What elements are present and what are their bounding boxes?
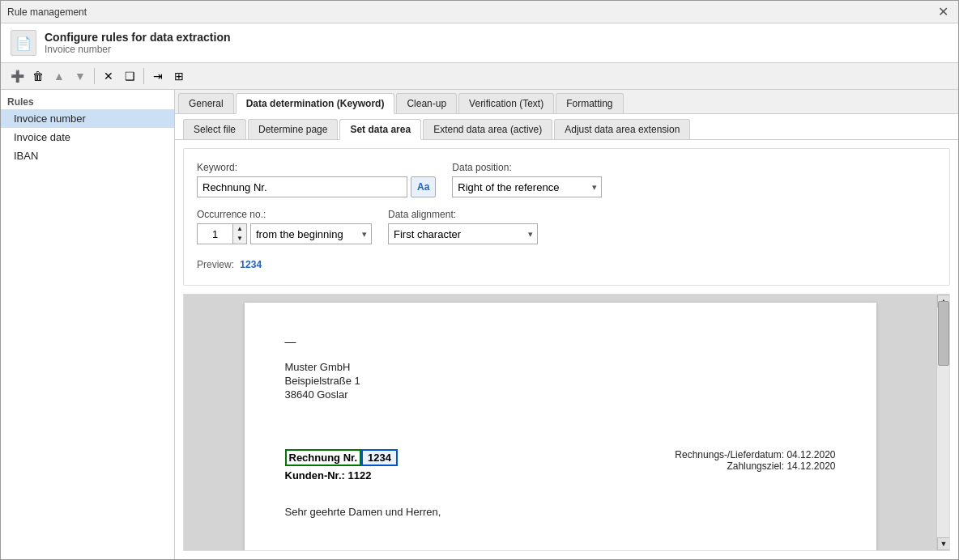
header-subtitle: Invoice number — [45, 44, 230, 55]
data-alignment-label: Data alignment: — [388, 209, 538, 220]
doc-greeting: Sehr geehrte Damen und Herren, — [285, 506, 836, 518]
doc-right: Rechnungs-/Lieferdatum: 04.12.2020 Zahlu… — [675, 449, 835, 482]
keyword-label: Keyword: — [197, 162, 436, 173]
right-panel: General Data determination (Keyword) Cle… — [175, 90, 958, 559]
spinner-up-button[interactable]: ▲ — [233, 224, 246, 234]
doc-dash: — — [285, 335, 836, 348]
add-button[interactable]: ➕ — [7, 66, 27, 86]
export-button[interactable]: ⇥ — [148, 66, 168, 86]
title-bar: Rule management ✕ — [1, 1, 958, 23]
zahlungsziel-value: 14.12.2020 — [786, 460, 835, 472]
occurrence-input-row: ▲ ▼ from the beginning from the end — [197, 223, 372, 244]
subtab-select-file[interactable]: Select file — [183, 119, 246, 139]
main-content: Rules Invoice number Invoice date IBAN G… — [1, 90, 958, 559]
kunden-line: Kunden-Nr.: 1122 — [285, 469, 398, 482]
remove-button[interactable]: 🗑 — [28, 66, 48, 86]
sidebar-item-invoice-date[interactable]: Invoice date — [1, 128, 174, 146]
tab-content: Select file Determine page Set data area… — [175, 114, 958, 559]
tab-data-determination[interactable]: Data determination (Keyword) — [236, 93, 395, 114]
form-row-1: Keyword: Aa Data position: Right — [197, 162, 936, 197]
keyword-group: Keyword: Aa — [197, 162, 436, 197]
toolbar-divider-2 — [143, 68, 144, 84]
doc-left: Rechnung Nr.1234 Kunden-Nr.: 1122 — [285, 449, 398, 482]
doc-street: Beispielstraße 1 — [285, 375, 836, 387]
title-bar-left: Rule management — [7, 6, 87, 18]
document-area: — Muster GmbH Beispielstraße 1 38640 Gos… — [183, 294, 950, 551]
occurrence-spinner-input[interactable] — [197, 223, 233, 244]
tab-verification[interactable]: Verification (Text) — [458, 93, 554, 113]
data-alignment-wrapper: First character Last character — [388, 223, 538, 244]
sidebar-item-iban[interactable]: IBAN — [1, 146, 174, 165]
spinner-group: ▲ ▼ — [197, 223, 247, 244]
move-down-button[interactable]: ▼ — [70, 66, 90, 86]
delete-button[interactable]: ✕ — [99, 66, 118, 86]
subtab-determine-page[interactable]: Determine page — [248, 119, 338, 139]
preview-label: Preview: — [197, 259, 234, 270]
rechnungs-date-value: 04.12.2020 — [786, 449, 835, 460]
subtab-set-data-area[interactable]: Set data area — [339, 119, 421, 140]
zahlungsziel-label: Zahlungsziel: — [727, 460, 784, 472]
rule-management-window: Rule management ✕ 📄 Configure rules for … — [0, 0, 959, 560]
move-up-button[interactable]: ▲ — [49, 66, 69, 86]
main-tabs: General Data determination (Keyword) Cle… — [175, 90, 958, 114]
subtabs-bar: Select file Determine page Set data area… — [175, 114, 958, 140]
doc-invoice-area: Rechnung Nr.1234 Kunden-Nr.: 1122 Rechnu… — [285, 449, 836, 482]
tab-cleanup[interactable]: Clean-up — [396, 93, 457, 113]
zahlungsziel: Zahlungsziel: 14.12.2020 — [675, 460, 835, 472]
spinner-down-button[interactable]: ▼ — [233, 234, 246, 244]
invoice-value: 1234 — [361, 449, 398, 466]
tab-formatting[interactable]: Formatting — [556, 93, 623, 113]
data-position-label: Data position: — [452, 162, 602, 173]
occurrence-label: Occurrence no.: — [197, 209, 372, 220]
doc-city: 38640 Goslar — [285, 388, 836, 401]
subtab-adjust-extension[interactable]: Adjust data area extension — [554, 119, 690, 139]
scrollbar-track[interactable]: ▲ ▼ — [936, 295, 949, 550]
scrollbar-thumb[interactable] — [938, 301, 949, 366]
header-titles: Configure rules for data extraction Invo… — [45, 31, 230, 55]
aa-button[interactable]: Aa — [411, 176, 436, 197]
toolbar-divider-1 — [94, 68, 95, 84]
data-alignment-select[interactable]: First character Last character — [388, 223, 538, 244]
toolbar: ➕ 🗑 ▲ ▼ ✕ ❑ ⇥ ⊞ — [1, 63, 958, 90]
header-section: 📄 Configure rules for data extraction In… — [1, 23, 958, 63]
invoice-keyword: Rechnung Nr. — [285, 449, 362, 466]
data-position-select[interactable]: Right of the reference Below the referen… — [452, 176, 602, 197]
occurrence-direction-wrapper: from the beginning from the end — [250, 223, 372, 244]
window-title: Rule management — [7, 6, 87, 18]
tab-general[interactable]: General — [178, 93, 234, 113]
occurrence-group: Occurrence no.: ▲ ▼ — [197, 209, 372, 244]
rechnungs-date-label: Rechnungs-/Lieferdatum: — [675, 449, 784, 460]
header-title: Configure rules for data extraction — [45, 31, 230, 44]
doc-company: Muster GmbH — [285, 361, 836, 373]
form-area: Keyword: Aa Data position: Right — [183, 148, 950, 286]
sidebar-header: Rules — [1, 93, 174, 109]
rechnungs-date: Rechnungs-/Lieferdatum: 04.12.2020 — [675, 449, 835, 460]
sidebar-item-invoice-number[interactable]: Invoice number — [1, 109, 174, 128]
subtab-extend-data-area[interactable]: Extend data area (active) — [423, 119, 552, 139]
invoice-line: Rechnung Nr.1234 — [285, 449, 398, 466]
keyword-input[interactable] — [197, 176, 407, 197]
copy-button[interactable]: ❑ — [120, 66, 139, 86]
scrollbar-down-arrow[interactable]: ▼ — [937, 537, 950, 550]
preview-row: Preview: 1234 — [197, 256, 936, 272]
keyword-input-row: Aa — [197, 176, 436, 197]
document-page: — Muster GmbH Beispielstraße 1 38640 Gos… — [245, 303, 876, 550]
data-position-wrapper: Right of the reference Below the referen… — [452, 176, 602, 197]
form-row-2: Occurrence no.: ▲ ▼ — [197, 209, 936, 244]
sidebar: Rules Invoice number Invoice date IBAN — [1, 90, 175, 559]
close-button[interactable]: ✕ — [935, 4, 952, 20]
header-icon: 📄 — [11, 30, 36, 56]
document-scroll[interactable]: — Muster GmbH Beispielstraße 1 38640 Gos… — [184, 295, 936, 550]
data-position-group: Data position: Right of the reference Be… — [452, 162, 602, 197]
spinner-buttons: ▲ ▼ — [233, 223, 247, 244]
preview-value: 1234 — [240, 259, 262, 270]
columns-button[interactable]: ⊞ — [169, 66, 189, 86]
occurrence-direction-select[interactable]: from the beginning from the end — [250, 223, 372, 244]
doc-icon: 📄 — [15, 36, 32, 51]
data-alignment-group: Data alignment: First character Last cha… — [388, 209, 538, 244]
